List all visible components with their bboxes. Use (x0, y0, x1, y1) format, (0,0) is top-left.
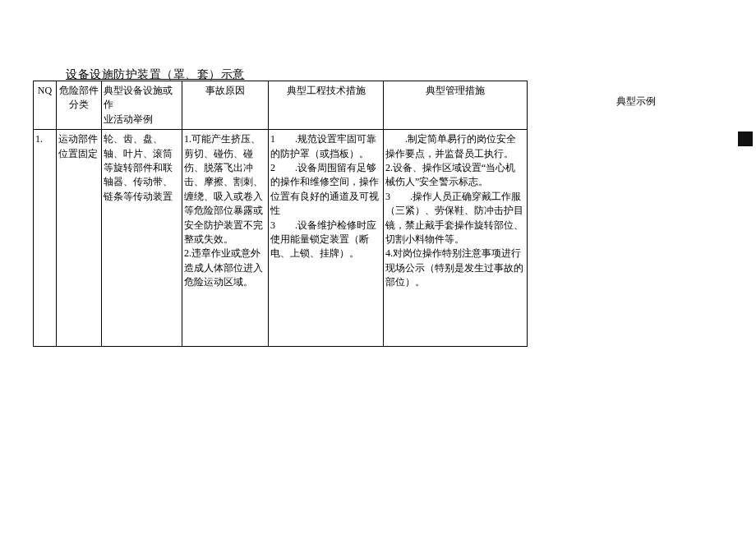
table-header-row: NQ 危险部件分类 典型设备设施或作业活动举例 事故原因 典型工程技术措施 典型… (34, 81, 528, 130)
black-square-marker (738, 131, 753, 146)
cell-cause: 1.可能产生挤压、剪切、碰伤、碰伤、脱落飞出冲击、摩擦、割刺、缠绕、吸入或卷入等… (182, 130, 269, 347)
table-row: 1. 运动部件位置固定 轮、齿、盘、轴、叶片、滚筒等旋转部件和联轴器、传动带、链… (34, 130, 528, 347)
cell-mgmt: .制定简单易行的岗位安全操作要点，并监督员工执行。2.设备、操作区域设置“当心机… (384, 130, 528, 347)
guard-device-table: NQ 危险部件分类 典型设备设施或作业活动举例 事故原因 典型工程技术措施 典型… (33, 81, 528, 347)
header-cause: 事故原因 (182, 81, 269, 130)
cell-no: 1. (34, 130, 57, 347)
header-tech: 典型工程技术措施 (269, 81, 384, 130)
header-example: 典型设备设施或作业活动举例 (102, 81, 182, 130)
external-header-example: 典型示例 (616, 95, 656, 108)
cell-example: 轮、齿、盘、轴、叶片、滚筒等旋转部件和联轴器、传动带、链条等传动装置 (102, 130, 182, 347)
header-mgmt: 典型管理措施 (384, 81, 528, 130)
cell-category: 运动部件位置固定 (57, 130, 102, 347)
header-no: NQ (34, 81, 57, 130)
cell-tech: 1 .规范设置牢固可靠的防护罩（或挡板）。2 .设备周围留有足够的操作和维修空间… (269, 130, 384, 347)
header-category: 危险部件分类 (57, 81, 102, 130)
